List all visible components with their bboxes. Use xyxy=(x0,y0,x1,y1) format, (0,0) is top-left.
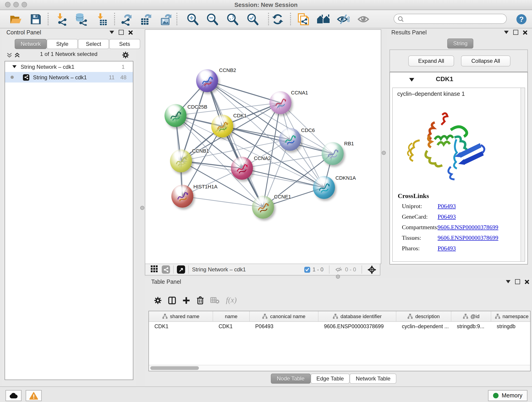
save-session-button[interactable] xyxy=(27,12,44,26)
delete-column-icon[interactable] xyxy=(196,296,204,304)
help-button[interactable]: ? xyxy=(513,12,530,26)
panel-float-icon[interactable] xyxy=(515,279,520,284)
node-RB1[interactable] xyxy=(322,142,344,165)
network-view-title: String Network – cdk1 xyxy=(192,266,246,273)
panel-close-icon[interactable] xyxy=(525,279,529,284)
tab-network-table[interactable]: Network Table xyxy=(350,374,397,384)
panel-close-icon[interactable] xyxy=(128,30,133,35)
node-CDC6[interactable] xyxy=(279,128,301,151)
export-table-button[interactable] xyxy=(138,12,154,26)
selected-checkbox-icon[interactable] xyxy=(304,267,310,273)
network-row[interactable]: String Network – cdk1 11 48 xyxy=(5,72,133,83)
table-options-gear-icon[interactable] xyxy=(154,296,162,304)
tab-select[interactable]: Select xyxy=(78,39,109,49)
tab-string[interactable]: String xyxy=(447,38,474,49)
search-input[interactable] xyxy=(404,15,497,22)
crosslink-link[interactable]: P06493 xyxy=(438,245,456,252)
network-collection-row[interactable]: String Network – cdk1 1 xyxy=(5,61,133,72)
import-network-button[interactable] xyxy=(54,12,70,26)
memory-status-button[interactable]: Memory xyxy=(488,390,527,401)
panel-close-icon[interactable] xyxy=(523,30,527,35)
network-canvas[interactable]: CCNB2CCNA1CDC25BCDK1CDC6RB1CCNB1CCNA2CDK… xyxy=(145,29,381,264)
birdseye-grid-icon[interactable] xyxy=(151,265,158,274)
column-header--id[interactable]: @id xyxy=(451,311,491,321)
hidden-eye-icon[interactable] xyxy=(335,266,343,273)
zoom-selected-button[interactable] xyxy=(244,12,261,26)
apply-layout-button[interactable] xyxy=(269,12,286,26)
toolbar-separator xyxy=(114,13,115,25)
node-HIST1H1A[interactable] xyxy=(171,185,193,208)
right-splitter-handle[interactable] xyxy=(382,151,386,155)
network-type-badge-icon[interactable] xyxy=(162,265,170,274)
expand-all-button[interactable]: Expand All xyxy=(408,56,454,66)
cloud-tasks-button[interactable] xyxy=(6,390,22,401)
zoom-out-button[interactable] xyxy=(204,12,220,26)
show-columns-icon[interactable] xyxy=(168,296,176,304)
crosslink-link[interactable]: 9606.ENSP00000378699 xyxy=(438,234,498,242)
column-header-description[interactable]: description xyxy=(396,311,451,321)
bottom-splitter-handle[interactable] xyxy=(336,274,340,279)
window-close-button[interactable] xyxy=(5,2,11,7)
table-hscrollbar[interactable] xyxy=(149,365,530,371)
column-header-shared-name[interactable]: shared name xyxy=(149,311,213,321)
panel-float-icon[interactable] xyxy=(513,30,518,35)
window-zoom-button[interactable] xyxy=(22,2,27,7)
tab-sets[interactable]: Sets xyxy=(109,39,140,49)
collapse-all-button[interactable]: Collapse All xyxy=(461,56,510,66)
open-in-new-window-icon[interactable] xyxy=(177,265,185,274)
table-cell: CDK1 xyxy=(213,322,250,332)
crosslink-link[interactable]: P06493 xyxy=(438,203,456,210)
table-row[interactable]: CDK1CDK1P064939606.ENSP00000378699cyclin… xyxy=(149,322,530,332)
show-all-networks-button[interactable] xyxy=(315,12,332,26)
panel-collapse-icon[interactable] xyxy=(506,280,510,283)
tab-network[interactable]: Network xyxy=(15,39,47,49)
open-session-button[interactable] xyxy=(7,12,24,26)
tab-edge-table[interactable]: Edge Table xyxy=(310,374,350,384)
hscrollbar-thumb[interactable] xyxy=(150,366,199,370)
crosslink-link[interactable]: 9606.ENSP00000378699 xyxy=(438,224,498,231)
node-CCNE1[interactable] xyxy=(252,196,274,219)
panel-collapse-icon[interactable] xyxy=(109,31,114,34)
column-header-namespace[interactable]: namespace xyxy=(491,311,531,321)
node-CDK1[interactable] xyxy=(211,115,233,138)
expand-all-icon[interactable] xyxy=(14,52,20,58)
node-CCNA2[interactable] xyxy=(231,157,253,180)
crosslink-link[interactable]: P06493 xyxy=(438,213,456,220)
fit-selected-crosshair-icon[interactable] xyxy=(367,265,376,274)
node-CCNA1[interactable] xyxy=(269,91,291,114)
node-CCNB2[interactable] xyxy=(196,69,218,92)
main-toolbar: ? xyxy=(0,10,532,28)
crosslink-label: Pharos: xyxy=(402,245,420,252)
node-CDKN1A[interactable] xyxy=(313,176,335,199)
export-image-button[interactable] xyxy=(158,12,174,26)
import-network-icon xyxy=(56,13,68,26)
network-search-field[interactable] xyxy=(394,14,507,24)
tab-node-table[interactable]: Node Table xyxy=(271,374,310,384)
column-header-canonical-name[interactable]: canonical name xyxy=(250,311,318,321)
panel-float-icon[interactable] xyxy=(119,30,124,35)
export-network-button[interactable] xyxy=(118,12,134,26)
node-table[interactable]: shared namenamecanonical namedatabase id… xyxy=(148,311,531,371)
tree-expand-icon[interactable] xyxy=(12,65,17,68)
left-splitter-handle[interactable] xyxy=(140,206,144,210)
node-CDC25B[interactable] xyxy=(165,104,186,127)
column-header-name[interactable]: name xyxy=(213,311,250,321)
clone-network-button[interactable] xyxy=(295,12,311,26)
results-scrollbar[interactable] xyxy=(520,88,525,261)
zoom-fit-button[interactable] xyxy=(224,12,241,26)
window-minimize-button[interactable] xyxy=(13,2,19,7)
import-network-from-database-button[interactable] xyxy=(73,12,90,26)
tab-style[interactable]: Style xyxy=(47,39,78,49)
warnings-button[interactable] xyxy=(26,390,42,401)
collapse-all-icon[interactable] xyxy=(6,52,12,58)
import-table-button[interactable] xyxy=(94,12,110,26)
panel-collapse-icon[interactable] xyxy=(504,31,509,34)
add-column-icon[interactable] xyxy=(182,296,190,304)
section-collapse-icon[interactable] xyxy=(409,78,414,82)
hide-selected-button[interactable] xyxy=(335,12,351,26)
column-header-database-identifier[interactable]: database identifier xyxy=(318,311,396,321)
network-options-gear-icon[interactable] xyxy=(122,51,129,59)
node-CCNB1[interactable] xyxy=(170,149,192,172)
zoom-in-button[interactable] xyxy=(184,12,201,26)
show-hidden-button[interactable] xyxy=(355,12,372,26)
